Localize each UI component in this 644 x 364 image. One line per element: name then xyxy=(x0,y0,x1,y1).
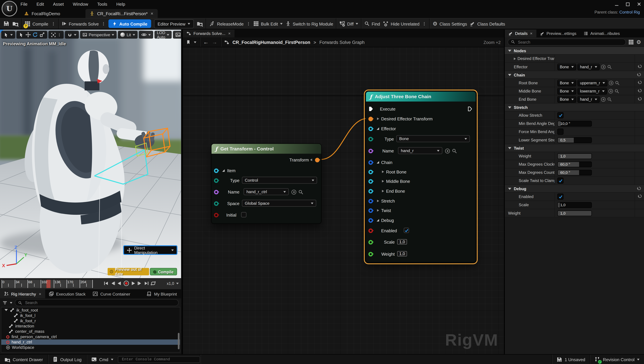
min-bend-angle-slider[interactable]: 10,0 ° xyxy=(558,121,592,126)
tree-item-ik-foot-r[interactable]: ik_foot_r xyxy=(1,318,180,323)
pick-from-selection-icon[interactable] xyxy=(601,97,606,102)
settings-gear-icon[interactable]: ⚙ xyxy=(636,39,641,45)
tab-my-blueprint[interactable]: My Blueprint xyxy=(143,289,180,298)
debug-enabled-checkbox[interactable] xyxy=(558,194,564,200)
force-min-bend-checkbox[interactable] xyxy=(558,129,564,135)
allow-stretch-checkbox[interactable] xyxy=(558,112,564,118)
breadcrumb-root[interactable]: CR_FocalRigHumanoid_FirstPerson xyxy=(232,40,310,45)
maximize-icon[interactable] xyxy=(626,2,630,6)
pick-from-selection-icon[interactable] xyxy=(601,64,606,69)
cmd-dropdown[interactable]: Cmd xyxy=(86,355,118,364)
menu-file[interactable]: File xyxy=(20,2,28,7)
tab-details[interactable]: Details xyxy=(505,30,536,38)
loop-button[interactable] xyxy=(150,281,156,286)
root-bone-name-dropdown[interactable]: upperarm_r xyxy=(578,80,608,86)
space-input-pin[interactable] xyxy=(214,201,218,206)
move-tool-icon[interactable] xyxy=(26,32,31,38)
playback-speed-dropdown[interactable]: x1,0 xyxy=(167,281,178,285)
collapse-arrow-icon[interactable] xyxy=(377,200,379,202)
search-icon[interactable] xyxy=(615,80,620,85)
class-defaults-button[interactable]: Class Defaults xyxy=(470,21,505,26)
section-stretch[interactable]: Stretch xyxy=(505,104,644,111)
compile-button[interactable]: ? Compile xyxy=(25,21,48,26)
effector-type-dropdown[interactable]: Bone xyxy=(558,64,576,70)
preview-out-of-date-button[interactable]: Preview out of date xyxy=(108,268,149,275)
end-bone-input-pin[interactable] xyxy=(368,189,373,193)
menu-help[interactable]: Help xyxy=(116,2,125,7)
menu-asset[interactable]: Asset xyxy=(53,2,64,7)
snapping-dropdown[interactable] xyxy=(65,31,79,39)
viewport-compile-button[interactable]: ⚙ Compile xyxy=(150,268,177,275)
name-dropdown[interactable]: hand_r xyxy=(398,147,442,154)
menu-window[interactable]: Window xyxy=(73,2,88,7)
details-search-input[interactable] xyxy=(517,39,623,45)
reset-to-default-icon[interactable] xyxy=(637,97,642,102)
name-input-pin[interactable] xyxy=(214,190,218,194)
close-tab-icon[interactable] xyxy=(530,32,532,35)
collapse-arrow-icon[interactable] xyxy=(382,190,384,192)
browse-to-asset-icon[interactable] xyxy=(12,21,18,27)
close-icon[interactable] xyxy=(637,2,642,7)
expand-arrow-icon[interactable] xyxy=(377,219,379,222)
content-drawer-button[interactable]: Content Drawer xyxy=(0,355,48,364)
output-log-button[interactable]: Output Log xyxy=(48,355,86,364)
hide-unrelated-button[interactable]: Hide Unrelated xyxy=(383,21,420,26)
forwards-solve-button[interactable]: Forwards Solve xyxy=(62,21,99,26)
stretch-input-pin[interactable] xyxy=(368,199,373,203)
menu-tools[interactable]: Tools xyxy=(97,2,107,7)
node-get-transform-control[interactable]: ƒ Get Transform - Control Transform Item… xyxy=(211,143,322,224)
tab-preview-scene-settings[interactable]: Preview...ettings xyxy=(536,30,580,38)
weight-slider[interactable]: 1,0 xyxy=(558,210,592,216)
hierarchy-search-input[interactable] xyxy=(24,300,176,305)
transform-wire[interactable] xyxy=(321,118,368,159)
editor-preview-dropdown[interactable]: Editor Preview xyxy=(154,19,194,28)
effector-name-dropdown[interactable]: hand_r xyxy=(578,64,600,70)
graph-canvas[interactable]: ƒ Get Transform - Control Transform Item… xyxy=(183,47,504,354)
display-filter-grid-icon[interactable] xyxy=(628,39,634,45)
class-settings-button[interactable]: ⚙ Class Settings xyxy=(432,21,467,26)
chain-input-pin[interactable] xyxy=(368,160,373,165)
node-adjust-three-bone-chain[interactable]: ƒ Adjust Three Bone Chain Execute Desire… xyxy=(366,91,476,262)
viewport-kebab-icon[interactable] xyxy=(58,32,61,37)
name-input-pin[interactable] xyxy=(368,149,373,153)
tab-curve-container[interactable]: Curve Container xyxy=(89,289,134,298)
end-bone-type-dropdown[interactable]: Bone xyxy=(558,96,576,103)
search-icon[interactable] xyxy=(452,148,457,154)
reset-to-default-icon[interactable] xyxy=(637,89,642,93)
space-dropdown[interactable]: Global Space xyxy=(242,200,316,207)
step-back-button[interactable] xyxy=(110,281,116,286)
go-to-start-button[interactable] xyxy=(104,281,109,286)
collapse-arrow-icon[interactable] xyxy=(377,118,379,120)
lit-mode-dropdown[interactable]: Lit xyxy=(118,31,138,39)
breadcrumb-leaf[interactable]: Forwards Solve Graph xyxy=(320,40,365,45)
tab-forwards-solve[interactable]: Forwards Solve... xyxy=(183,30,234,38)
section-chain[interactable]: Chain xyxy=(505,71,644,79)
name-dropdown[interactable]: hand_r_ctrl xyxy=(244,188,289,195)
transform-space-dropdown[interactable] xyxy=(1,31,15,39)
find-button[interactable]: Find xyxy=(364,21,380,26)
expand-arrow-icon[interactable] xyxy=(514,57,516,60)
reset-to-default-icon[interactable] xyxy=(637,81,642,85)
execute-output-pin[interactable] xyxy=(468,106,473,111)
go-to-end-button[interactable] xyxy=(144,281,149,286)
transform-output-pin[interactable] xyxy=(315,158,320,162)
tree-item-worldspace[interactable]: WorldSpace xyxy=(1,345,180,350)
reset-to-default-icon[interactable] xyxy=(637,194,642,199)
reset-to-default-icon[interactable] xyxy=(637,73,641,77)
rotate-tool-icon[interactable] xyxy=(32,32,38,38)
scale-value-field[interactable]: 1,0 xyxy=(397,239,407,244)
pick-from-selection-icon[interactable] xyxy=(608,89,613,94)
search-icon[interactable] xyxy=(607,64,612,69)
max-degrees-counter-clockwise-slider[interactable]: 60,0 ° xyxy=(558,169,592,175)
effector-input-pin[interactable] xyxy=(368,126,373,131)
section-debug[interactable]: Debug xyxy=(505,185,644,193)
expand-arrow-icon[interactable] xyxy=(377,127,379,130)
type-input-pin[interactable] xyxy=(214,178,218,183)
end-bone-name-dropdown[interactable]: hand_r xyxy=(578,96,600,103)
save-icon[interactable] xyxy=(3,21,10,27)
middle-bone-name-dropdown[interactable]: lowerarm_r xyxy=(578,88,607,94)
timeline-ruler[interactable]: 0 34 68 102 136 170 204 xyxy=(1,279,94,288)
auto-compile-button[interactable]: Auto Compile xyxy=(109,19,151,28)
enabled-input-pin[interactable] xyxy=(368,228,373,233)
tab-animation-attributes[interactable]: Animati...ributes xyxy=(580,30,624,38)
